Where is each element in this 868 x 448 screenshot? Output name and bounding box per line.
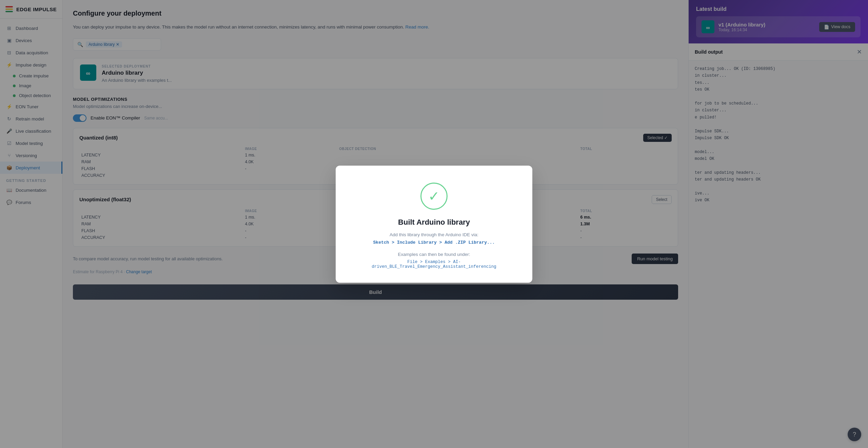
modal-overlay[interactable]: ✓ Built Arduino library Add this library… bbox=[0, 0, 868, 448]
modal-description: Add this library through the Arduino IDE… bbox=[353, 232, 515, 237]
modal-examples-path: File > Examples > AI-driven_BLE_Travel_E… bbox=[353, 260, 515, 269]
checkmark-icon: ✓ bbox=[428, 188, 440, 204]
success-modal: ✓ Built Arduino library Add this library… bbox=[336, 166, 532, 283]
success-circle: ✓ bbox=[420, 183, 448, 210]
modal-code: Sketch > Include Library > Add .ZIP Libr… bbox=[353, 240, 515, 245]
modal-title: Built Arduino library bbox=[353, 218, 515, 227]
modal-examples-label: Examples can then be found under: bbox=[353, 252, 515, 257]
